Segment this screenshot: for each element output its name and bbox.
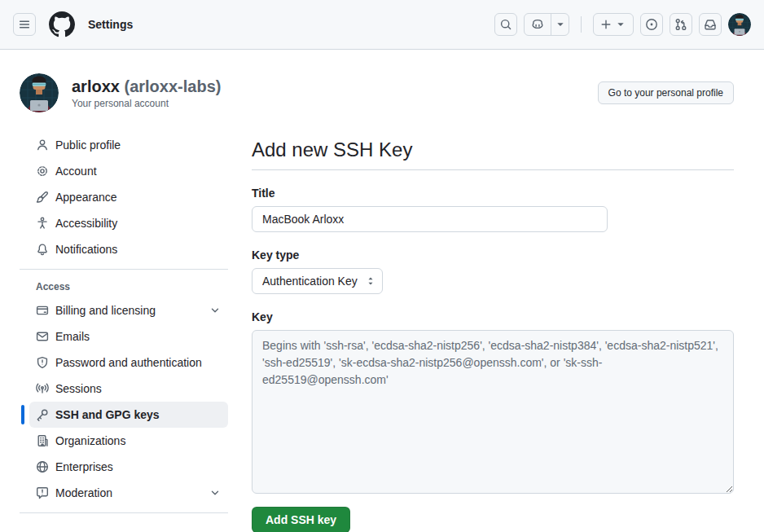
sidebar-item-public-profile[interactable]: Public profile: [29, 132, 228, 158]
sidebar-item-label: Enterprises: [55, 460, 113, 473]
accessibility-icon: [36, 217, 49, 230]
sidebar-item-label: Password and authentication: [55, 356, 202, 369]
copilot-icon: [531, 18, 544, 31]
pull-requests-button[interactable]: [670, 13, 692, 36]
app-header: Settings: [0, 0, 764, 50]
bell-icon: [36, 243, 49, 256]
sidebar-item-accessibility[interactable]: Accessibility: [29, 210, 228, 236]
sidebar-item-label: Accessibility: [55, 217, 117, 230]
chevron-down-icon: [554, 18, 567, 31]
sidebar-item-account[interactable]: Account: [29, 158, 228, 184]
sidebar-item-label: Organizations: [55, 434, 125, 447]
broadcast-icon: [36, 382, 49, 395]
inbox-icon: [704, 18, 717, 31]
sidebar-item-label: SSH and GPG keys: [55, 408, 160, 421]
profile-identity: arloxx (arloxx-labs) Your personal accou…: [72, 77, 221, 109]
title-label: Title: [252, 187, 734, 200]
header-actions: [494, 13, 751, 36]
paintbrush-icon: [36, 191, 49, 204]
header-context-title: Settings: [88, 18, 133, 31]
profile-subtitle: Your personal account: [72, 98, 221, 109]
plus-icon: [599, 18, 613, 31]
key-type-select[interactable]: Authentication Key: [252, 268, 383, 294]
sidebar-item-billing-and-licensing[interactable]: Billing and licensing: [29, 297, 228, 323]
globe-icon: [36, 460, 49, 473]
page-title: Add new SSH Key: [252, 137, 734, 170]
ssh-title-input[interactable]: [252, 206, 608, 232]
chevron-down-icon: [209, 304, 222, 317]
main-panel: Add new SSH Key Title Key type Authentic…: [252, 125, 734, 532]
github-logo-icon[interactable]: [49, 11, 75, 37]
ssh-key-textarea[interactable]: [252, 330, 734, 494]
sidebar-item-password-and-authentication[interactable]: Password and authentication: [29, 350, 228, 376]
sidebar-item-sessions[interactable]: Sessions: [29, 376, 228, 402]
key-icon: [36, 408, 49, 421]
sidebar-item-organizations[interactable]: Organizations: [29, 428, 228, 454]
issue-opened-icon: [645, 18, 658, 31]
go-to-profile-button[interactable]: Go to your personal profile: [598, 81, 734, 104]
profile-avatar[interactable]: [20, 73, 59, 112]
hamburger-icon: [18, 18, 31, 31]
sidebar-item-label: Account: [55, 165, 97, 178]
sidebar-item-label: Appearance: [55, 191, 117, 204]
profile-header: arloxx (arloxx-labs) Your personal accou…: [20, 50, 734, 125]
gear-icon: [36, 165, 49, 178]
sidebar-item-moderation[interactable]: Moderation: [29, 480, 228, 506]
sidebar-item-label: Public profile: [55, 138, 121, 152]
sidebar-access-list: Billing and licensingEmailsPassword and …: [20, 297, 228, 506]
search-icon: [499, 18, 512, 31]
sidebar-section-access: Access: [20, 276, 228, 297]
key-type-label: Key type: [252, 248, 734, 262]
mail-icon: [36, 330, 49, 343]
copilot-menu-caret[interactable]: [551, 14, 569, 35]
sidebar-item-label: Billing and licensing: [55, 304, 156, 317]
profile-org: (arloxx-labs): [125, 77, 222, 95]
report-icon: [36, 486, 49, 499]
sidebar-item-label: Sessions: [55, 382, 102, 395]
header-divider: [581, 16, 582, 33]
profile-name: arloxx (arloxx-labs): [72, 77, 221, 96]
sidebar-item-label: Emails: [55, 330, 90, 343]
add-ssh-key-button[interactable]: Add SSH key: [252, 507, 350, 532]
copilot-button[interactable]: [525, 14, 551, 35]
sidebar-top-list: Public profileAccountAppearanceAccessibi…: [20, 132, 228, 262]
settings-sidebar: Public profileAccountAppearanceAccessibi…: [20, 125, 228, 520]
issues-button[interactable]: [640, 13, 663, 36]
sidebar-item-appearance[interactable]: Appearance: [29, 184, 228, 210]
chevron-down-icon: [209, 486, 222, 499]
sidebar-item-emails[interactable]: Emails: [29, 323, 228, 350]
sidebar-divider: [20, 269, 228, 270]
settings-page: arloxx (arloxx-labs) Your personal accou…: [0, 50, 764, 532]
credit-card-icon: [36, 304, 49, 317]
search-button[interactable]: [494, 13, 517, 36]
key-type-select-wrap: Authentication Key: [252, 268, 383, 294]
inbox-button[interactable]: [699, 13, 722, 36]
shield-icon: [36, 356, 49, 369]
pull-request-icon: [674, 18, 687, 31]
copilot-split-button: [524, 13, 569, 36]
user-avatar[interactable]: [728, 13, 751, 36]
sidebar-item-notifications[interactable]: Notifications: [29, 236, 228, 262]
person-icon: [36, 138, 49, 152]
key-label: Key: [252, 310, 734, 323]
hamburger-menu-button[interactable]: [13, 13, 36, 36]
sidebar-divider: [20, 512, 228, 513]
create-new-button[interactable]: [593, 13, 634, 36]
sidebar-item-label: Moderation: [55, 486, 112, 499]
organization-icon: [36, 434, 49, 447]
sidebar-item-label: Notifications: [55, 243, 117, 256]
chevron-down-icon: [614, 18, 627, 31]
sidebar-item-ssh-and-gpg-keys[interactable]: SSH and GPG keys: [29, 402, 228, 428]
sidebar-item-enterprises[interactable]: Enterprises: [29, 454, 228, 480]
